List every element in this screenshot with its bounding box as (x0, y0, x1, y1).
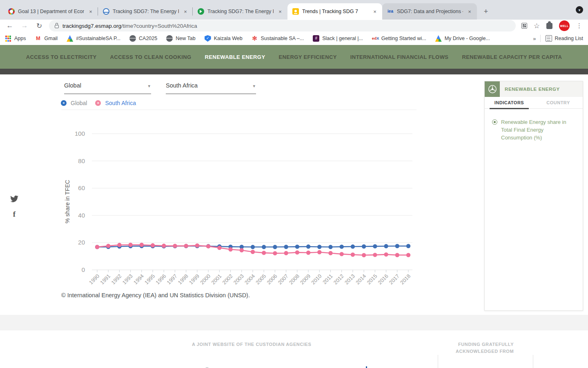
browser-tab[interactable]: Tracking SDG7: The Energy Pro× (193, 3, 287, 20)
data-point[interactable] (228, 247, 232, 251)
nav-item-renewable-energy[interactable]: RENEWABLE ENERGY (205, 54, 265, 60)
data-point[interactable] (184, 244, 188, 248)
indicator-option[interactable]: Renewable Energy share in Total Final En… (485, 109, 583, 142)
data-point[interactable] (340, 252, 344, 256)
data-point[interactable] (373, 253, 377, 257)
data-point[interactable] (262, 251, 266, 255)
data-point[interactable] (284, 251, 288, 255)
bookmark-item[interactable]: ✻Sustainable SA –... (252, 35, 304, 42)
back-button[interactable]: ← (5, 22, 15, 30)
tab-group-icon[interactable] (521, 23, 527, 29)
bookmark-item[interactable]: #SustainableSA P... (67, 35, 120, 42)
address-bar[interactable]: trackingsdg7.esmap.org/time?country=Sout… (49, 20, 516, 31)
remove-series-icon[interactable]: × (61, 100, 67, 106)
tab-title: Tracking SDG7: The Energy Pro (113, 9, 179, 14)
bookmarks-overflow-button[interactable]: » (533, 36, 536, 42)
bookmark-item[interactable]: New Tab (166, 35, 195, 42)
data-point[interactable] (95, 245, 99, 249)
data-point[interactable] (373, 244, 377, 248)
nav-item-renewable-capacity-per-capita[interactable]: RENEWABLE CAPACITY PER CAPITA (462, 54, 562, 60)
data-point[interactable] (273, 251, 277, 255)
iea-icon: iea (387, 8, 394, 15)
data-point[interactable] (328, 251, 332, 255)
bookmark-item[interactable]: edXGetting Started wi... (372, 35, 426, 42)
data-point[interactable] (151, 243, 155, 247)
data-point[interactable] (262, 245, 266, 249)
toolbar-actions: ☆ WELL ⋮ (521, 20, 582, 31)
data-point[interactable] (106, 244, 110, 248)
data-point[interactable] (406, 244, 410, 248)
data-point[interactable] (317, 250, 321, 254)
site-nav: ACCESS TO ELECTRICITYACCESS TO CLEAN COO… (0, 45, 588, 69)
data-point[interactable] (395, 244, 399, 248)
twitter-icon[interactable] (10, 195, 19, 204)
data-point[interactable] (195, 243, 199, 247)
close-icon[interactable]: × (182, 9, 189, 15)
extensions-icon[interactable] (546, 23, 552, 29)
close-icon[interactable]: × (372, 9, 378, 15)
reload-button[interactable]: ↻ (34, 22, 44, 30)
nav-item-international-financial-flows[interactable]: INTERNATIONAL FINANCIAL FLOWS (350, 54, 449, 60)
new-tab-button[interactable]: + (480, 6, 492, 17)
nav-item-access-to-electricity[interactable]: ACCESS TO ELECTRICITY (26, 54, 97, 60)
data-point[interactable] (351, 253, 355, 257)
data-point[interactable] (351, 245, 355, 249)
data-point[interactable] (362, 253, 366, 257)
svg-text:1995: 1995 (143, 273, 156, 286)
region-select[interactable]: Global ▾ (64, 82, 151, 94)
browser-tab[interactable]: Trends | Tracking SDG 7× (287, 3, 382, 20)
data-point[interactable] (140, 243, 144, 247)
data-point[interactable] (295, 245, 299, 249)
data-point[interactable] (273, 245, 277, 249)
forward-button[interactable]: → (20, 22, 29, 30)
data-point[interactable] (251, 250, 255, 254)
reading-list-button[interactable]: Reading List (546, 35, 584, 42)
facebook-icon[interactable]: f (10, 210, 19, 219)
legend-chip[interactable]: ×South Africa (95, 100, 136, 106)
bookmark-item[interactable]: #Slack | general |... (313, 35, 363, 42)
remove-series-icon[interactable]: × (95, 100, 101, 106)
bookmark-star-icon[interactable]: ☆ (534, 22, 540, 29)
data-point[interactable] (362, 245, 366, 249)
data-point[interactable] (328, 245, 332, 249)
bookmark-item[interactable]: CA2025 (129, 35, 157, 42)
panel-tab-country[interactable]: COUNTRY (534, 97, 583, 108)
data-point[interactable] (251, 245, 255, 249)
browser-tab[interactable]: ieaSDG7: Data and Projections – A× (382, 3, 477, 20)
nav-item-access-to-clean-cooking[interactable]: ACCESS TO CLEAN COOKING (110, 54, 192, 60)
bookmark-item[interactable]: Apps (5, 35, 26, 42)
country-select[interactable]: South Africa ▾ (166, 82, 256, 94)
data-point[interactable] (240, 248, 244, 252)
panel-tab-indicators[interactable]: INDICATORS (485, 97, 534, 108)
data-point[interactable] (295, 250, 299, 254)
data-point[interactable] (128, 243, 132, 247)
data-point[interactable] (384, 244, 388, 248)
bookmark-item[interactable]: My Drive - Google... (435, 35, 490, 42)
profile-avatar[interactable]: WELL (559, 20, 570, 31)
close-icon[interactable]: × (87, 9, 94, 15)
data-point[interactable] (340, 245, 344, 249)
close-icon[interactable]: × (277, 9, 283, 15)
bookmark-item[interactable]: ✓Kaizala Web (205, 35, 243, 42)
browser-tab[interactable]: Goal 13 | Department of Econo× (3, 3, 98, 20)
data-point[interactable] (173, 244, 177, 248)
data-point[interactable] (217, 246, 221, 250)
data-point[interactable] (117, 243, 121, 247)
data-point[interactable] (162, 244, 166, 248)
data-point[interactable] (306, 245, 310, 249)
data-point[interactable] (317, 245, 321, 249)
data-point[interactable] (384, 252, 388, 256)
bookmark-item[interactable]: MGmail (35, 35, 58, 42)
line-chart[interactable]: 0204060801001990199119921993199419951996… (57, 123, 421, 286)
menu-icon[interactable]: ⋮ (576, 22, 582, 29)
data-point[interactable] (395, 253, 399, 257)
data-point[interactable] (306, 251, 310, 255)
browser-tab[interactable]: Tracking SDG7: The Energy Pro× (98, 3, 193, 20)
nav-item-energy-efficiency[interactable]: ENERGY EFFICIENCY (278, 54, 336, 60)
data-point[interactable] (284, 245, 288, 249)
data-point[interactable] (206, 244, 210, 248)
tab-search-button[interactable]: ▾ (576, 6, 583, 13)
data-point[interactable] (406, 253, 410, 257)
legend-chip[interactable]: ×Global (61, 100, 87, 106)
close-icon[interactable]: × (466, 9, 473, 15)
